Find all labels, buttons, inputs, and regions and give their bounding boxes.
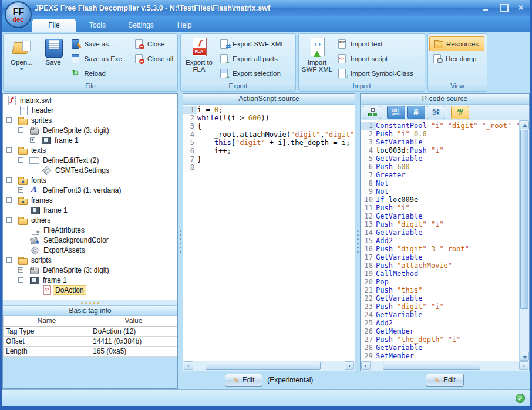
scroll-right-icon[interactable]: › [345,361,354,370]
save-button[interactable]: Save [39,35,68,82]
expand-icon[interactable]: + [18,187,23,193]
ribbon-group-export: Export to FLA Export SWF XML Export all … [180,33,296,92]
actionscript-editor[interactable]: 1i = 0;2while(!(i > 600))3{4 _root.attac… [183,105,355,361]
resolve-constants-button[interactable]: AB#! [451,106,469,119]
hex-push-button[interactable]: 0xFFpush [387,106,405,119]
horizontal-scrollbar[interactable]: ‹ › [183,361,355,371]
line-number: 3 [183,122,197,130]
collapse-icon[interactable]: - [6,177,12,183]
collapse-icon[interactable]: - [6,217,12,223]
export-selection-button[interactable]: Export selection [216,66,288,80]
tree-item[interactable]: matrix.swf [3,95,177,105]
constant-indices-button[interactable]: #1A#2B [427,106,445,119]
edit-pcode-button[interactable]: ✎ Edit [426,374,464,387]
tab-file[interactable]: File [32,19,76,32]
close-file-icon [134,39,144,49]
tree-item[interactable]: -fonts [3,175,177,185]
line-number: 21 [361,286,376,294]
scrollbar-thumb[interactable] [383,362,480,370]
scroll-down-icon[interactable] [520,352,529,361]
tree[interactable]: matrix.swfheader-sprites-DefineSprite (3… [3,94,177,300]
collapse-icon[interactable]: - [6,147,12,153]
tree-item-label: DefineSprite (3: digit) [41,126,111,135]
tree-item[interactable]: -others [3,215,177,225]
open-button[interactable]: Open... [5,35,39,82]
tree-item[interactable]: -scripts [3,255,177,265]
tree-item-label: sprites [29,116,53,125]
close-all-button[interactable]: Close all [131,51,176,66]
ribbon-group-label: Export [181,82,295,91]
tab-tools[interactable]: Tools [76,19,119,32]
tree-item[interactable]: SetBackgroundColor [3,235,177,245]
close-file-button[interactable]: Close [131,36,176,51]
import-text-button[interactable]: Import text [334,36,416,51]
resources-view-button[interactable]: Resources [429,36,484,51]
collapse-icon[interactable]: - [6,197,12,203]
tree-item[interactable]: +frame 1 [3,135,177,145]
horizontal-scrollbar[interactable]: ‹ › [361,361,529,371]
save-icon [43,38,64,58]
hex-dump-view-button[interactable]: Hex dump [429,51,484,66]
collapse-icon[interactable]: - [18,157,23,163]
scrollbar-thumb[interactable] [206,362,321,370]
import-symbol-class-button[interactable]: Import Symbol-Class [334,66,416,80]
tab-settings[interactable]: Settings [119,19,163,32]
edit-actionscript-button[interactable]: ✎ Edit [225,374,263,387]
tree-item[interactable]: ExportAssets [3,245,177,255]
table-cell: 165 (0xa5) [90,346,177,356]
tree-item[interactable]: -texts [3,145,177,155]
tree-item[interactable]: CSMTextSettings [3,165,177,175]
tab-help[interactable]: Help [163,19,206,32]
collapse-icon[interactable]: - [18,127,23,133]
reload-button[interactable]: Reload [68,66,130,80]
close-button[interactable]: × [515,2,527,13]
collapse-icon[interactable]: - [18,277,23,283]
tree-item[interactable]: frame 1 [3,205,177,215]
export-to-fla-button[interactable]: Export to FLA [182,35,216,82]
tree-item[interactable]: FileAttributes [3,225,177,235]
scroll-up-icon[interactable] [520,120,529,129]
tree-item[interactable]: +DefineSprite (3: digit) [3,265,177,275]
tree-item[interactable]: -DefineEditText (2) [3,155,177,165]
line-number: 18 [361,261,376,270]
collapse-icon[interactable]: - [6,257,12,263]
vertical-splitter[interactable] [178,93,183,389]
tree-item[interactable]: header [3,105,177,115]
tree-item[interactable]: -DefineSprite (3: digit) [3,125,177,135]
tree-indent [3,290,42,290]
minimize-button[interactable] [480,2,491,13]
export-swf-xml-button[interactable]: Export SWF XML [216,36,288,51]
save-as-exe-button[interactable]: Save as Exe... [68,51,130,66]
tree-item[interactable]: +DefineFont3 (1: verdana) [3,185,177,195]
tree-item[interactable]: -frame 1 [3,275,177,285]
scroll-left-icon[interactable]: ‹ [184,361,193,370]
scroll-right-icon[interactable]: › [519,361,528,370]
collapse-icon[interactable]: - [6,117,12,123]
tree-item-label: frame 1 [41,276,69,284]
horizontal-splitter[interactable] [3,300,177,305]
tree-item[interactable]: DoAction [3,285,177,295]
import-script-button[interactable]: Import script [334,51,416,66]
vertical-scrollbar[interactable] [519,120,529,361]
save-as-button[interactable]: Save as... [68,36,130,51]
tree-item[interactable]: -frames [3,195,177,205]
vertical-splitter[interactable] [355,93,360,389]
scroll-left-icon[interactable]: ‹ [361,361,371,370]
ribbon-group-label: File [4,82,177,91]
hex-only-button[interactable]: 0xFF [407,106,425,119]
save-as-icon [70,39,81,49]
scrollbar-thumb[interactable] [520,130,528,309]
graph-view-button[interactable] [363,106,381,119]
actionscript-panel: ActionScript source 1i = 0;2while(!(i > … [183,93,355,371]
import-swf-xml-button[interactable]: Import SWF XML [300,35,334,82]
expand-icon[interactable]: + [18,267,23,273]
code-line: 25Add2 [361,319,519,327]
maximize-button[interactable] [497,2,509,13]
tree-item[interactable]: -sprites [3,115,177,125]
line-number: 6 [183,147,197,155]
pcode-editor[interactable]: 1ConstantPool "i" "digit" "_root" "a2Pus… [361,120,519,361]
expand-icon[interactable]: + [30,137,35,143]
export-all-parts-button[interactable]: Export all parts [216,51,288,66]
line-number: 4 [361,146,376,154]
film-icon [41,136,50,144]
